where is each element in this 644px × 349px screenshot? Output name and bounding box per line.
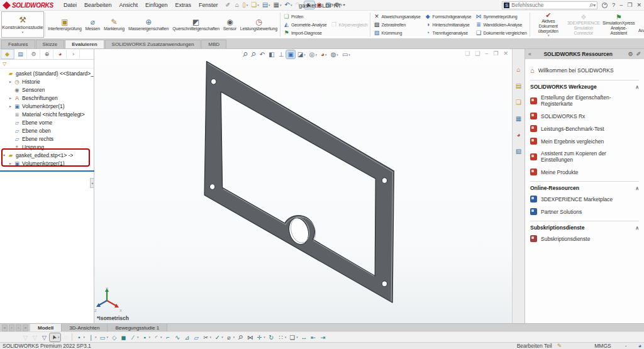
help-icon[interactable]: ? <box>612 2 615 8</box>
undo-icon[interactable]: ↶ <box>284 1 294 9</box>
formschraegeanalyse-button[interactable]: ◆Formschrägeanalyse <box>423 13 474 21</box>
view-orientation-icon[interactable]: ▣ <box>286 50 294 58</box>
doc-restore-icon[interactable]: ❐ <box>493 50 498 57</box>
corner-hole-bottom-right[interactable] <box>382 281 387 287</box>
zebrastreifen-button[interactable]: ▨Zebrastreifen <box>371 21 422 29</box>
geometrie-analyse-button[interactable]: ◭Geometrie-Analyse <box>281 21 329 29</box>
tree-expander-icon[interactable]: ▸ <box>8 96 13 100</box>
tree-item-sensoren[interactable]: ◉ Sensoren <box>0 86 94 94</box>
tab-skizze[interactable]: Skizze <box>36 40 65 48</box>
tab-scroll-last-icon[interactable]: » <box>23 324 28 331</box>
aktives-dokument-ueberpruefen-button[interactable]: ✔Aktives Dokument überprüfen <box>531 11 566 38</box>
apply-scene-icon[interactable]: ◍ <box>330 50 340 58</box>
previous-view-icon[interactable]: ↶ <box>258 50 266 58</box>
interferenzpruefung-button[interactable]: ▣Interferenzprüfung <box>46 11 84 38</box>
performance-benchmark-link[interactable]: Leistungs-Benchmark-Test <box>530 125 639 132</box>
corner-hole-top-left[interactable] <box>211 79 216 84</box>
copy-settings-wizard-link[interactable]: Assistent zum Kopieren der Einstellungen <box>530 150 639 163</box>
move-entities-icon[interactable]: ✛ <box>255 333 266 341</box>
corner-rectangle-icon[interactable]: ▭ <box>99 333 109 341</box>
tree-item-beschriftungen[interactable]: ▸ A Beschriftungen <box>0 94 94 102</box>
masseneigenschaften-button[interactable]: ⊕Masseneigenschaften <box>126 11 170 38</box>
section-view-icon[interactable]: ◧ <box>267 50 275 58</box>
koerpervergleich-button[interactable]: ❐Körpervergleich <box>328 21 369 29</box>
filter-wand-icon[interactable]: ▽ <box>40 333 48 341</box>
menu-item[interactable]: Ansicht <box>115 1 142 9</box>
tree-expander-icon[interactable]: ▾ <box>1 153 7 157</box>
polyline-icon[interactable]: ⌐ <box>164 333 172 341</box>
menu-item[interactable]: Fenster <box>195 1 222 9</box>
custom-properties-tab-icon[interactable]: ▧ <box>516 145 521 156</box>
edit-appearance-icon[interactable]: ◕ <box>319 50 328 58</box>
compare-my-score-link[interactable]: Mein Ergebnis vergleichen <box>530 138 639 145</box>
menu-item[interactable]: Datei <box>60 1 80 9</box>
propertymanager-tab-icon[interactable]: ▤ <box>14 50 27 58</box>
save-icon[interactable]: ▤ <box>261 1 272 9</box>
corner-arc-icon[interactable]: ◜ <box>152 333 163 341</box>
point-tool-icon[interactable]: • <box>75 333 86 341</box>
hide-show-items-icon[interactable]: ◎ <box>308 50 318 58</box>
command-search[interactable]: S ⚲ ▾ <box>502 1 597 9</box>
select-arrow-icon[interactable]: ➤ <box>50 333 60 341</box>
section-collapse-icon[interactable]: ∧ <box>635 225 639 231</box>
extend-right-icon[interactable]: ⇥ <box>319 333 327 341</box>
search-input[interactable] <box>511 2 589 8</box>
find-magnifier-icon[interactable]: ⚲ <box>236 333 245 341</box>
panel-collapse-arrow[interactable]: ◂ <box>90 178 94 188</box>
doc-minimize-icon[interactable]: – <box>485 50 488 57</box>
tree-item-volumenkoerper[interactable]: ▸ ▣ Volumenkörper(1) <box>0 102 94 110</box>
open-file-icon[interactable]: ❏ <box>250 1 260 9</box>
pruefen-button[interactable]: ❏Prüfen <box>281 13 329 21</box>
stretch-entities-icon[interactable]: ↔ <box>300 333 308 341</box>
motion-study-tab[interactable]: Bewegungsstudie 1 <box>108 324 167 331</box>
filter-funnel-icon[interactable]: ▽ <box>3 61 6 67</box>
corner-hole-right[interactable] <box>382 178 387 184</box>
window-minimize-icon[interactable]: – <box>619 2 623 8</box>
task-pane-pin-icon[interactable]: ✐ <box>636 51 641 57</box>
symmetriepruefung-button[interactable]: ⋈Symmetrieprüfung <box>473 13 528 21</box>
spline-icon[interactable]: ∿ <box>174 333 182 341</box>
window-restore-icon[interactable]: ❐ <box>627 2 632 8</box>
reference-triangle-icon[interactable]: ⊿ <box>183 333 191 341</box>
property-tab-builder-link[interactable]: Erstellung der Eigenschaften-Registerkar… <box>530 94 639 107</box>
menu-item[interactable]: Bearbeiten <box>80 1 116 9</box>
dimxpertmanager-tab-icon[interactable]: ⊕ <box>41 50 53 58</box>
tree-item-ebene-vorne[interactable]: ▱ Ebene vorne <box>0 118 94 126</box>
filter-vertices-icon[interactable]: ▽ <box>31 333 39 341</box>
mirror-entities-icon[interactable]: ⋈ <box>246 333 254 341</box>
tab-scroll-first-icon[interactable]: « <box>2 324 8 331</box>
tree-item-ebene-rechts[interactable]: ▱ Ebene rechts <box>0 135 94 143</box>
tree-item-ursprung[interactable]: ⌖ Ursprung <box>0 143 94 151</box>
window-close-icon[interactable]: ✕ <box>636 2 641 8</box>
featuremanager-tab-icon[interactable]: ◆ <box>1 50 14 58</box>
doc-close-icon[interactable]: ✕ <box>503 50 508 57</box>
tab-scroll-prev-icon[interactable]: ‹ <box>9 324 14 331</box>
home-icon[interactable]: ⌂ <box>234 1 240 9</box>
toolbar-separator[interactable] <box>71 333 74 341</box>
menu-item[interactable]: Extras <box>172 1 196 9</box>
sketch-ok-icon[interactable]: ✓ <box>213 333 224 341</box>
unit-system-label[interactable]: MMGS <box>594 343 611 349</box>
midpoint-line-icon[interactable]: ▪ <box>141 333 152 341</box>
trennfugenanalyse-button[interactable]: ◔Trennfugenanalyse <box>423 29 474 37</box>
lasso-select-icon[interactable]: ◌ <box>62 333 70 341</box>
menu-item[interactable]: Einfügen <box>142 1 172 9</box>
tree-item-material[interactable]: ≣ Material <nicht festgelegt> <box>0 110 94 118</box>
expand-panel-tabs-icon[interactable]: › <box>67 50 80 58</box>
trim-entities-icon[interactable]: ✂ <box>202 333 213 341</box>
tree-item-gasket-edited[interactable]: ▾ ▰ gasket_edited.stp<1> -> <box>0 151 94 159</box>
line-tool-icon[interactable]: ∣ <box>87 333 97 341</box>
import-diagnose-button[interactable]: ⚑Import-Diagnose <box>281 29 329 37</box>
simulationxpress-assistent-button[interactable]: ⚑SimulationXpress Analyse-Assistent <box>601 11 636 38</box>
partner-solutions-link[interactable]: Partner Solutions <box>530 208 639 215</box>
print-icon[interactable]: ▦ <box>272 1 283 9</box>
tree-item-ebene-oben[interactable]: ▱ Ebene oben <box>0 126 94 135</box>
rotate-entities-icon[interactable]: ↻ <box>267 333 275 341</box>
tab-solidworks-zusatzanwendungen[interactable]: SOLIDWORKS Zusatzanwendungen <box>105 40 201 48</box>
selection-filter-toggle-icon[interactable]: ▽ <box>21 333 30 341</box>
welcome-link[interactable]: ⌂ Willkommen bei SOLIDWORKS <box>530 67 639 74</box>
kruemmung-button[interactable]: ▧Krümmung <box>371 29 422 37</box>
hinterschnittanalyse-button[interactable]: ◑Hinterschnittanalyse <box>423 21 474 29</box>
tab-scroll-next-icon[interactable]: › <box>16 324 21 331</box>
plane-icon[interactable]: ▱ <box>192 333 201 341</box>
